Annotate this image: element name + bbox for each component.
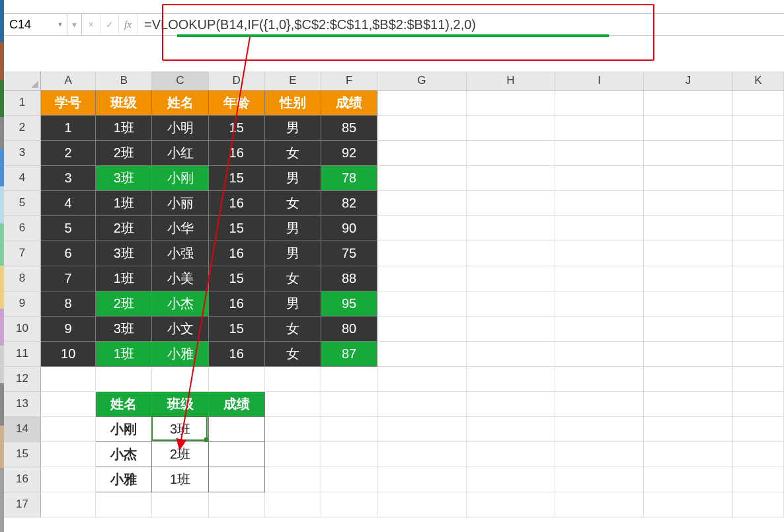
cell-F5[interactable]: 82 — [321, 190, 377, 215]
cell-J3[interactable] — [644, 140, 732, 165]
cell-G2[interactable] — [377, 115, 466, 140]
cell-I16[interactable] — [555, 467, 644, 492]
cell-B7[interactable]: 3班 — [96, 241, 152, 266]
cell-K8[interactable] — [732, 266, 783, 291]
cell-J16[interactable] — [644, 467, 732, 492]
cell-D11[interactable]: 16 — [208, 341, 264, 366]
cell-E1[interactable]: 性别 — [264, 90, 321, 115]
cell-I17[interactable] — [555, 492, 644, 517]
cell-D1[interactable]: 年龄 — [208, 90, 264, 115]
cell-C16[interactable]: 1班 — [152, 467, 208, 492]
cell-B4[interactable]: 3班 — [96, 165, 152, 190]
cell-B1[interactable]: 班级 — [96, 90, 152, 115]
cell-F13[interactable] — [321, 391, 377, 416]
cell-B5[interactable]: 1班 — [96, 190, 152, 215]
cell-E8[interactable]: 女 — [264, 266, 321, 291]
cell-K3[interactable] — [732, 140, 783, 165]
cell-I9[interactable] — [555, 291, 644, 316]
spreadsheet-grid[interactable]: ABCDEFGHIJK1学号班级姓名年龄性别成绩211班小明15男85322班小… — [4, 71, 784, 532]
cell-C11[interactable]: 小雅 — [152, 341, 208, 366]
row-header-3[interactable]: 3 — [4, 140, 41, 165]
cell-E13[interactable] — [264, 391, 321, 416]
cell-G12[interactable] — [377, 366, 466, 391]
cell-A7[interactable]: 6 — [41, 241, 96, 266]
cell-C12[interactable] — [152, 366, 208, 391]
cell-E5[interactable]: 女 — [264, 190, 321, 215]
cell-B16[interactable]: 小雅 — [96, 467, 152, 492]
cell-G13[interactable] — [377, 391, 466, 416]
cell-E7[interactable]: 男 — [264, 241, 321, 266]
cell-G17[interactable] — [377, 492, 466, 517]
cell-D14[interactable] — [208, 416, 264, 441]
cell-K2[interactable] — [732, 115, 783, 140]
cell-H8[interactable] — [466, 266, 555, 291]
cell-E6[interactable]: 男 — [264, 215, 321, 241]
cell-B10[interactable]: 3班 — [96, 316, 152, 341]
cell-I1[interactable] — [555, 90, 644, 115]
name-box[interactable]: C14 ▼ — [4, 14, 67, 35]
cell-C1[interactable]: 姓名 — [152, 90, 208, 115]
cell-K4[interactable] — [732, 165, 783, 190]
cell-C9[interactable]: 小杰 — [152, 291, 208, 316]
cell-J13[interactable] — [644, 391, 732, 416]
cell-H5[interactable] — [466, 190, 555, 215]
cell-A13[interactable] — [41, 391, 96, 416]
cell-D10[interactable]: 15 — [208, 316, 264, 341]
cell-B11[interactable]: 1班 — [96, 341, 152, 366]
cell-K11[interactable] — [732, 341, 783, 366]
cell-D5[interactable]: 16 — [208, 190, 264, 215]
cell-J11[interactable] — [644, 341, 732, 366]
cell-D7[interactable]: 16 — [208, 241, 264, 266]
cell-E14[interactable] — [264, 416, 321, 441]
cell-F11[interactable]: 87 — [321, 341, 377, 366]
cell-J6[interactable] — [644, 215, 732, 241]
cell-B14[interactable]: 小刚 — [96, 416, 152, 441]
row-header-13[interactable]: 13 — [4, 391, 41, 416]
cell-E10[interactable]: 女 — [264, 316, 321, 341]
cell-J7[interactable] — [644, 241, 732, 266]
cell-D4[interactable]: 15 — [208, 165, 264, 190]
cell-H11[interactable] — [466, 341, 555, 366]
cell-E9[interactable]: 男 — [264, 291, 321, 316]
cell-J5[interactable] — [644, 190, 732, 215]
cell-B6[interactable]: 2班 — [96, 215, 152, 241]
cell-I2[interactable] — [555, 115, 644, 140]
cell-G6[interactable] — [377, 215, 466, 241]
cell-A17[interactable] — [41, 492, 96, 517]
cell-A16[interactable] — [41, 467, 96, 492]
cell-C13[interactable]: 班级 — [152, 391, 208, 416]
cell-D16[interactable] — [208, 467, 264, 492]
cell-D13[interactable]: 成绩 — [208, 391, 264, 416]
cell-I3[interactable] — [555, 140, 644, 165]
row-header-14[interactable]: 14 — [4, 416, 41, 441]
cell-C17[interactable] — [152, 492, 208, 517]
row-header-11[interactable]: 11 — [4, 341, 41, 366]
row-header-17[interactable]: 17 — [4, 492, 41, 517]
cell-D17[interactable] — [208, 492, 264, 517]
cell-J4[interactable] — [644, 165, 732, 190]
col-header-I[interactable]: I — [555, 71, 644, 90]
cell-G4[interactable] — [377, 165, 466, 190]
cell-C10[interactable]: 小文 — [152, 316, 208, 341]
cell-F4[interactable]: 78 — [321, 165, 377, 190]
cell-E17[interactable] — [264, 492, 321, 517]
cell-K10[interactable] — [732, 316, 783, 341]
cell-F10[interactable]: 80 — [321, 316, 377, 341]
cell-G5[interactable] — [377, 190, 466, 215]
col-header-J[interactable]: J — [644, 71, 732, 90]
cell-J1[interactable] — [644, 90, 732, 115]
cell-G15[interactable] — [377, 441, 466, 467]
cell-F12[interactable] — [321, 366, 377, 391]
cell-H4[interactable] — [466, 165, 555, 190]
cell-G7[interactable] — [377, 241, 466, 266]
cell-G11[interactable] — [377, 341, 466, 366]
cell-B9[interactable]: 2班 — [96, 291, 152, 316]
cell-I8[interactable] — [555, 266, 644, 291]
cell-J15[interactable] — [644, 441, 732, 467]
cell-K14[interactable] — [732, 416, 783, 441]
confirm-formula-button[interactable]: ✓ — [100, 14, 119, 35]
row-header-7[interactable]: 7 — [4, 241, 41, 266]
cell-B3[interactable]: 2班 — [96, 140, 152, 165]
cell-H16[interactable] — [466, 467, 555, 492]
cell-F17[interactable] — [321, 492, 377, 517]
